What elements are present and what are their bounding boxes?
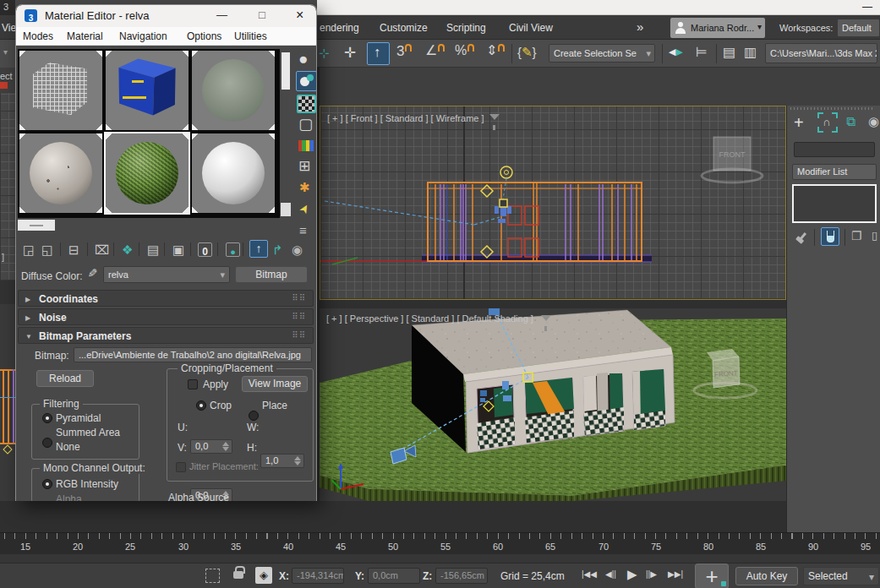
menu-civil-view[interactable]: Civil View [509, 22, 553, 34]
timeline-ruler[interactable]: 15 20 25 30 35 40 45 50 55 60 65 70 75 8… [0, 532, 880, 554]
sample-scroll-corner[interactable] [281, 203, 291, 216]
menu-view-fragment[interactable]: Vie [2, 22, 16, 34]
view-image-button[interactable]: View Image [242, 376, 308, 392]
show-end-result-button[interactable] [821, 227, 839, 246]
show-shaded-material-in-viewport-button[interactable]: ● [226, 242, 240, 257]
pyramidal-radio[interactable] [42, 413, 52, 423]
sample-slot-grass-selected[interactable] [106, 133, 189, 213]
absolute-mode-button[interactable]: ◈ [255, 567, 272, 584]
summed-area-radio[interactable] [42, 438, 52, 448]
perspective-viewcube-label[interactable]: FRONT [714, 369, 738, 378]
place-radio[interactable] [249, 411, 259, 421]
menu-material[interactable]: Material [67, 30, 103, 42]
go-forward-to-sibling-icon[interactable]: ↱ [272, 243, 283, 256]
rollout-bitmap-parameters[interactable]: ▼ Bitmap Parameters ⠿⠿ [18, 327, 314, 344]
sample-type-sphere-icon[interactable]: ● [298, 51, 308, 67]
go-to-end-button[interactable]: ▶▶| [668, 570, 683, 579]
select-by-material-icon[interactable]: ➤ [297, 201, 312, 215]
sample-uv-tiling-icon[interactable]: ▢ [298, 117, 313, 132]
angle-snap-icon[interactable]: ∠ [425, 44, 445, 57]
select-object-button[interactable]: ↑ [367, 42, 390, 65]
perspective-viewport-label[interactable]: [ + ] [ Perspective ] [ Standard ] [ Def… [326, 313, 533, 324]
map-type-button[interactable]: Bitmap [235, 266, 308, 283]
backlight-button[interactable] [296, 71, 317, 91]
auto-key-button[interactable]: Auto Key [735, 567, 798, 585]
reload-button[interactable]: Reload [36, 370, 94, 387]
menu-overflow-chevron[interactable]: » [637, 19, 643, 34]
crop-radio[interactable] [196, 400, 206, 411]
perspective-viewport-filter-icon[interactable] [541, 315, 551, 321]
front-viewport[interactable]: FRONT [ + ] [ Front ] [ Standard ] [ Wir… [320, 106, 786, 300]
dialog-titlebar[interactable]: 3 Material Editor - relva — □ × [16, 5, 316, 27]
toggle-layer-explorer-icon[interactable]: ▥ [744, 46, 757, 59]
make-preview-icon[interactable]: ⊞ [298, 159, 310, 173]
dialog-close-button[interactable]: × [296, 8, 303, 23]
left-viewport-wireframe-fragment[interactable] [0, 304, 15, 501]
front-viewport-filter-icon[interactable] [489, 114, 500, 120]
menu-customize[interactable]: Customize [380, 22, 428, 34]
snap-toggle-3d-icon[interactable]: 3 [396, 44, 412, 58]
front-viewport-label[interactable]: [ + ] [ Front ] [ Standard ] [ Wireframe… [327, 113, 484, 123]
material-name-dropdown[interactable]: relva ▾ [103, 266, 230, 283]
front-viewcube-label[interactable]: FRONT [719, 150, 746, 159]
material-editor-options-icon[interactable]: ✱ [299, 181, 310, 193]
go-to-parent-button[interactable]: ↑ [249, 240, 268, 258]
next-frame-button[interactable]: ||▶ [646, 570, 657, 579]
remove-modifier-icon[interactable]: ▯ [872, 230, 877, 241]
jitter-placement-checkbox[interactable] [176, 462, 186, 472]
eyedropper-icon[interactable]: ✎ [86, 268, 98, 278]
selection-lock-icon[interactable] [233, 571, 243, 579]
material-id-channel-button[interactable]: 0 [198, 242, 212, 257]
rollout-noise[interactable]: ▶ Noise ⠿⠿ [18, 308, 314, 325]
menu-modes[interactable]: Modes [23, 30, 53, 42]
app-minimize-button[interactable]: — [862, 1, 872, 13]
toggle-scene-explorer-icon[interactable]: ▤ [723, 46, 735, 59]
tab-hierarchy-icon[interactable]: ⧉ [846, 115, 855, 128]
save-material-icon[interactable]: ▣ [172, 243, 184, 256]
edit-named-selection-sets-icon[interactable]: {✎} [517, 46, 537, 58]
sample-slot-default-white-sphere[interactable] [192, 133, 275, 213]
put-to-library-icon[interactable]: ▤ [147, 243, 159, 256]
select-and-move-icon[interactable]: ✛ [344, 46, 356, 60]
sample-slot-green-gray-sphere[interactable] [192, 51, 275, 130]
pin-stack-icon[interactable] [793, 229, 810, 246]
user-account-menu[interactable]: Mariana Rodr... ▾ [670, 18, 765, 38]
delete-material-icon[interactable]: ⌧ [95, 243, 109, 256]
get-material-icon[interactable]: ◲ [23, 243, 35, 256]
rollout-coordinates[interactable]: ▶ Coordinates ⠿⠿ [18, 290, 314, 307]
modifier-stack[interactable] [792, 184, 877, 223]
w-spinner[interactable]: 1,0 [260, 454, 304, 468]
menu-rendering[interactable]: endering [320, 22, 359, 34]
project-folder-display[interactable]: C:\Users\Mari...\3ds Max 202 [765, 43, 877, 63]
material-map-navigator-icon[interactable]: ◉ [292, 243, 303, 256]
timeline-track[interactable] [0, 554, 880, 563]
sample-horizontal-scrollbar[interactable] [18, 220, 55, 231]
perspective-viewport[interactable]: FRONT [ + ] [ Perspective ] [ Standard ]… [320, 308, 786, 501]
assign-material-to-selection-icon[interactable]: ⊟ [68, 243, 79, 256]
video-color-check-icon[interactable] [298, 140, 314, 151]
tab-motion-icon[interactable]: ◉ [868, 115, 879, 128]
spinner-snap-icon[interactable]: ⇕ [486, 44, 505, 57]
key-filters-dropdown[interactable]: Selected ▾ [803, 567, 879, 585]
rgb-intensity-radio[interactable] [42, 479, 52, 489]
tab-modify-selected[interactable]: ∩ [817, 112, 838, 133]
align-icon[interactable]: ⊨ [696, 46, 708, 59]
modifier-list-dropdown[interactable]: Modifier List [792, 164, 877, 180]
put-material-to-scene-icon[interactable]: ◱ [41, 243, 53, 256]
selection-lock-region-icon[interactable] [205, 569, 220, 583]
make-unique-icon[interactable]: ❐ [851, 230, 862, 242]
z-coordinate-field[interactable]: -156,65cm [435, 568, 488, 584]
menu-navigation[interactable]: Navigation [119, 30, 167, 42]
menu-options[interactable]: Options [187, 30, 221, 42]
dialog-minimize-button[interactable]: — [216, 8, 227, 21]
material-map-navigator-icon[interactable]: ≡ [299, 224, 307, 237]
apply-checkbox[interactable] [188, 379, 198, 389]
set-key-button[interactable]: + [695, 564, 729, 588]
y-coordinate-field[interactable]: 0,0cm [368, 568, 420, 584]
go-to-start-button[interactable]: |◀◀ [582, 570, 597, 579]
sample-slot-stone-sphere[interactable] [19, 133, 102, 213]
sample-slot-wireframe-cube[interactable] [19, 51, 102, 130]
sample-vertical-scrollbar[interactable] [281, 52, 290, 90]
workspaces-dropdown[interactable]: Default [837, 19, 880, 37]
panel-drag-handle[interactable] [790, 107, 875, 110]
